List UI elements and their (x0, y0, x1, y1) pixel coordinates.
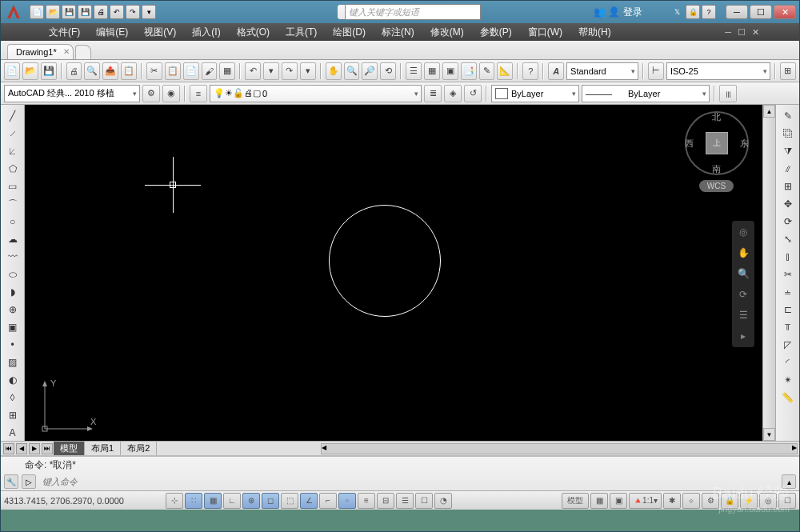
help-search[interactable]: 键入关键字或短语 (345, 4, 481, 20)
quickview-dwg-icon[interactable]: ▣ (610, 493, 627, 509)
block-icon[interactable]: ▦ (219, 62, 235, 80)
tab-next-icon[interactable]: ▶ (29, 443, 40, 454)
publish-icon[interactable]: 📤 (102, 62, 118, 80)
pan-icon[interactable]: ✋ (326, 62, 342, 80)
qat-save[interactable]: 💾 (62, 5, 76, 19)
am-icon[interactable]: ◔ (434, 493, 452, 509)
tab-first-icon[interactable]: ⏮ (3, 443, 14, 454)
qp-icon[interactable]: ☰ (396, 493, 414, 509)
break-icon[interactable]: ⊏ (779, 302, 797, 318)
zoom-rt-icon[interactable]: 🔍 (344, 62, 360, 80)
stretch-icon[interactable]: ⫿ (779, 249, 797, 265)
textstyle-dropdown[interactable]: Standard (566, 62, 638, 80)
xline-icon[interactable]: ⟋ (4, 126, 22, 142)
layer-iso-icon[interactable]: ◈ (444, 85, 462, 102)
circle-icon[interactable]: ○ (4, 214, 22, 230)
cmd-expand-icon[interactable]: ▴ (782, 474, 796, 489)
ellipsearc-icon[interactable]: ◗ (4, 284, 22, 300)
layer-props-icon[interactable]: ≡ (190, 85, 207, 102)
osnap-icon[interactable]: ◻ (262, 493, 279, 509)
otrack-icon[interactable]: ∠ (300, 493, 318, 509)
offset-icon[interactable]: ⫽ (779, 161, 797, 177)
command-input[interactable] (39, 477, 778, 486)
tablestyle-icon[interactable]: ⊞ (780, 62, 796, 80)
point-icon[interactable]: • (4, 337, 22, 353)
explode-icon[interactable]: ✴ (779, 372, 797, 388)
scroll-down-icon[interactable]: ▼ (763, 428, 775, 441)
redo-drop[interactable]: ▾ (300, 62, 316, 80)
fillet-icon[interactable]: ◜ (779, 354, 797, 370)
preview-icon[interactable]: 🔍 (84, 62, 100, 80)
polyline-icon[interactable]: ⟀ (4, 143, 22, 159)
layer-dropdown[interactable]: 💡☀🔓🖨▢ 0 (210, 85, 422, 102)
viewcube[interactable]: 北 南 东 西 上 WCS (682, 111, 750, 192)
cmd-prompt-icon[interactable]: ▷ (22, 474, 36, 489)
layer-prev-icon[interactable]: ↺ (464, 85, 482, 102)
lwt-icon[interactable]: ≡ (358, 493, 375, 509)
undo-drop[interactable]: ▾ (263, 62, 279, 80)
nav-pan-icon[interactable]: ✋ (735, 245, 751, 261)
menu-parametric[interactable]: 参数(P) (472, 24, 520, 41)
arc-icon[interactable]: ⌒ (4, 196, 22, 212)
qat-undo[interactable]: ↶ (110, 5, 124, 19)
tab-last-icon[interactable]: ⏭ (42, 443, 53, 454)
qat-saveas[interactable]: 💾 (78, 5, 92, 19)
array-icon[interactable]: ⊞ (779, 178, 797, 194)
cmd-recent-icon[interactable]: 🔧 (4, 474, 18, 489)
measure-icon[interactable]: 📏 (779, 390, 797, 406)
dimstyle-icon[interactable]: ⊢ (648, 62, 664, 80)
ws-switch-icon[interactable]: ⚙ (702, 493, 719, 509)
minimize-button[interactable]: ─ (726, 5, 748, 19)
new-icon[interactable]: 📄 (4, 62, 20, 80)
compass-west[interactable]: 西 (685, 138, 694, 150)
viewcube-top[interactable]: 上 (706, 132, 728, 154)
menu-file[interactable]: 文件(F) (41, 24, 88, 41)
qat-new[interactable]: 📄 (30, 5, 44, 19)
qat-open[interactable]: 📂 (46, 5, 60, 19)
dyn-icon[interactable]: ▫ (338, 493, 356, 509)
makeblock-icon[interactable]: ▣ (4, 319, 22, 335)
login-link[interactable]: 👥 👤 登录 (594, 6, 642, 19)
dc-icon[interactable]: ▦ (424, 62, 440, 80)
hatch-icon[interactable]: ▨ (4, 354, 22, 370)
drawing-canvas[interactable]: Y X 北 南 东 西 上 WCS ◎ ✋ 🔍 ⟳ (25, 105, 762, 441)
isolate-icon[interactable]: ◎ (759, 493, 777, 509)
sheet-icon[interactable]: 📋 (121, 62, 137, 80)
menu-draw[interactable]: 绘图(D) (325, 24, 374, 41)
tp-icon[interactable]: ▣ (442, 62, 458, 80)
insertblock-icon[interactable]: ⊕ (4, 302, 22, 318)
exchange-icon[interactable]: 𝕏 (670, 5, 684, 19)
undo-icon[interactable]: ↶ (245, 62, 261, 80)
mdi-minimize[interactable]: ─ (725, 27, 731, 38)
copy-icon[interactable]: 📋 (165, 62, 181, 80)
compass-south[interactable]: 南 (712, 163, 721, 175)
lineweight-dropdown[interactable]: ———ByLayer (582, 85, 710, 102)
mdi-close[interactable]: ✕ (752, 27, 759, 38)
table-icon[interactable]: ⊞ (4, 407, 22, 423)
document-tab[interactable]: Drawing1* ✕ (7, 44, 74, 59)
menu-view[interactable]: 视图(V) (136, 24, 184, 41)
infer-icon[interactable]: ⊹ (166, 493, 183, 509)
properties-icon[interactable]: ☰ (406, 62, 422, 80)
open-icon[interactable]: 📂 (22, 62, 38, 80)
polar-icon[interactable]: ⊛ (242, 493, 260, 509)
3dosnap-icon[interactable]: ⬚ (281, 493, 298, 509)
mirror-icon[interactable]: ⧩ (779, 143, 797, 159)
help-btn-icon[interactable]: ? (522, 62, 538, 80)
zoom-prev-icon[interactable]: ⟲ (380, 62, 396, 80)
nav-wheel-icon[interactable]: ◎ (735, 224, 751, 240)
menu-help[interactable]: 帮助(H) (570, 24, 619, 41)
ducs-icon[interactable]: ⌐ (319, 493, 337, 509)
mtext-icon[interactable]: A (4, 425, 22, 441)
ortho-icon[interactable]: ∟ (223, 493, 241, 509)
paste-icon[interactable]: 📄 (183, 62, 199, 80)
anno-scale[interactable]: 🔺 1:1 ▾ (629, 493, 662, 509)
join-icon[interactable]: ⫪ (779, 319, 797, 335)
ws-gear-icon[interactable]: ⚙ (142, 85, 160, 102)
nav-zoom-icon[interactable]: 🔍 (735, 266, 751, 282)
match-icon[interactable]: 🖌 (202, 62, 218, 80)
print-icon[interactable]: 🖨 (66, 62, 82, 80)
trim-icon[interactable]: ✂ (779, 266, 797, 282)
erase-icon[interactable]: ✎ (779, 108, 797, 124)
tpy-icon[interactable]: ⊟ (377, 493, 394, 509)
